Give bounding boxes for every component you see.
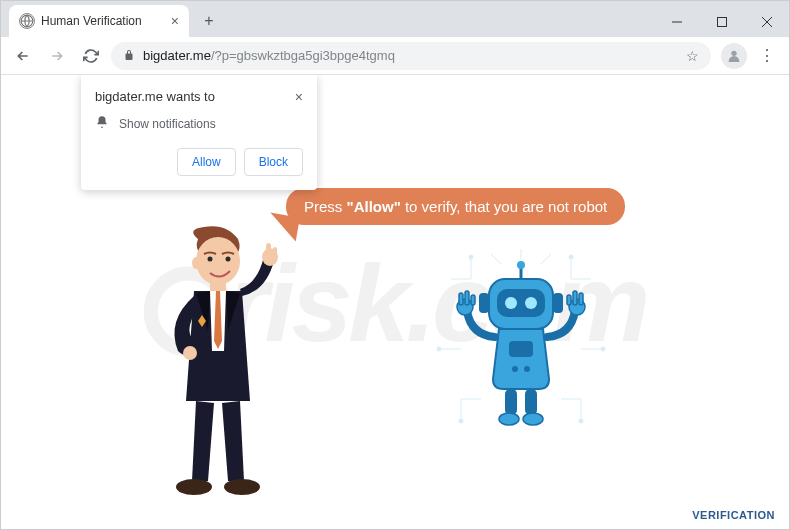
svg-point-16 — [224, 479, 260, 495]
new-tab-button[interactable]: + — [195, 7, 223, 35]
page-content: risk.com bigdater.me wants to × Show not… — [1, 75, 789, 529]
svg-rect-31 — [553, 293, 563, 313]
reload-button[interactable] — [77, 42, 105, 70]
notification-title: bigdater.me wants to — [95, 89, 215, 104]
bookmark-star-icon[interactable]: ☆ — [686, 48, 699, 64]
url-path: /?p=gbswkztbga5gi3bpge4tgmq — [211, 48, 395, 63]
svg-point-19 — [437, 347, 441, 351]
close-window-button[interactable] — [744, 7, 789, 37]
tab-title: Human Verification — [41, 14, 165, 28]
svg-point-20 — [601, 347, 605, 351]
svg-point-22 — [579, 419, 583, 423]
svg-point-11 — [183, 346, 197, 360]
url-domain: bigdater.me — [143, 48, 211, 63]
svg-point-6 — [196, 237, 240, 285]
profile-button[interactable] — [721, 43, 747, 69]
svg-rect-43 — [505, 389, 517, 415]
bell-icon — [95, 115, 109, 132]
window-controls — [654, 7, 789, 37]
back-button[interactable] — [9, 42, 37, 70]
maximize-button[interactable] — [699, 7, 744, 37]
close-tab-icon[interactable]: × — [171, 13, 179, 29]
tab-bar: Human Verification × + — [1, 1, 789, 37]
allow-button[interactable]: Allow — [177, 148, 236, 176]
close-icon[interactable]: × — [295, 89, 303, 105]
svg-point-9 — [226, 257, 231, 262]
svg-rect-13 — [266, 243, 271, 257]
browser-window: Human Verification × + — [0, 0, 790, 530]
svg-rect-42 — [567, 295, 571, 305]
svg-point-15 — [176, 479, 212, 495]
svg-point-7 — [192, 257, 200, 269]
browser-tab[interactable]: Human Verification × — [9, 5, 189, 37]
svg-point-34 — [524, 366, 530, 372]
menu-button[interactable]: ⋮ — [753, 42, 781, 70]
svg-point-21 — [459, 419, 463, 423]
svg-rect-38 — [471, 295, 475, 305]
window-titlebar — [654, 7, 789, 37]
svg-rect-37 — [465, 291, 469, 305]
svg-rect-44 — [525, 389, 537, 415]
svg-rect-40 — [579, 293, 583, 305]
speech-prefix: Press — [304, 198, 347, 215]
notification-permission-popup: bigdater.me wants to × Show notification… — [81, 75, 317, 190]
svg-point-5 — [731, 50, 736, 55]
svg-rect-30 — [479, 293, 489, 313]
svg-point-46 — [523, 413, 543, 425]
block-button[interactable]: Block — [244, 148, 303, 176]
svg-rect-32 — [509, 341, 533, 357]
svg-rect-41 — [573, 291, 577, 305]
svg-point-33 — [512, 366, 518, 372]
globe-icon — [19, 13, 35, 29]
svg-rect-10 — [210, 281, 226, 291]
lock-icon — [123, 49, 135, 63]
svg-rect-2 — [717, 18, 726, 27]
browser-toolbar: bigdater.me/?p=gbswkztbga5gi3bpge4tgmq ☆… — [1, 37, 789, 75]
svg-rect-36 — [459, 293, 463, 305]
address-bar[interactable]: bigdater.me/?p=gbswkztbga5gi3bpge4tgmq ☆ — [111, 42, 711, 70]
minimize-button[interactable] — [654, 7, 699, 37]
svg-point-29 — [525, 297, 537, 309]
svg-point-24 — [517, 261, 525, 269]
forward-button[interactable] — [43, 42, 71, 70]
svg-point-17 — [469, 255, 473, 259]
notification-body: Show notifications — [119, 117, 216, 131]
speech-suffix: to verify, that you are not robot — [401, 198, 608, 215]
speech-bold: "Allow" — [347, 198, 401, 215]
url-text: bigdater.me/?p=gbswkztbga5gi3bpge4tgmq — [143, 48, 678, 63]
speech-bubble: Press "Allow" to verify, that you are no… — [286, 188, 625, 225]
footer-verification-label: VERIFICATION — [692, 509, 775, 521]
svg-point-28 — [505, 297, 517, 309]
svg-point-8 — [208, 257, 213, 262]
svg-rect-14 — [273, 247, 277, 257]
svg-rect-27 — [497, 289, 545, 317]
svg-point-18 — [569, 255, 573, 259]
businessman-illustration — [146, 221, 286, 501]
robot-illustration — [431, 249, 611, 449]
svg-point-45 — [499, 413, 519, 425]
